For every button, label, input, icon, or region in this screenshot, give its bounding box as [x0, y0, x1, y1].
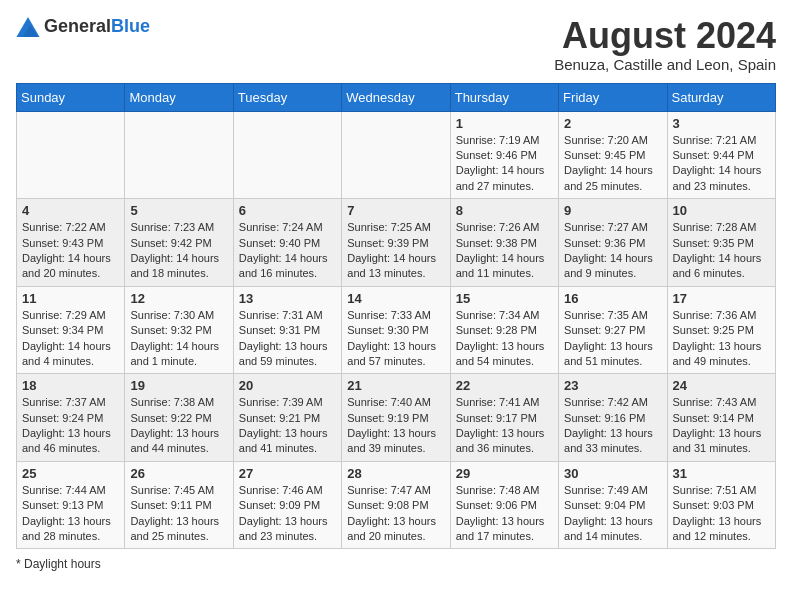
logo-general: General: [44, 16, 111, 36]
day-info: Sunrise: 7:51 AMSunset: 9:03 PMDaylight:…: [673, 483, 770, 545]
day-number: 10: [673, 203, 770, 218]
calendar-cell: 9Sunrise: 7:27 AMSunset: 9:36 PMDaylight…: [559, 199, 667, 287]
day-number: 19: [130, 378, 227, 393]
day-info: Sunrise: 7:49 AMSunset: 9:04 PMDaylight:…: [564, 483, 661, 545]
day-info: Sunrise: 7:39 AMSunset: 9:21 PMDaylight:…: [239, 395, 336, 457]
calendar-table: SundayMondayTuesdayWednesdayThursdayFrid…: [16, 83, 776, 550]
calendar-cell: 21Sunrise: 7:40 AMSunset: 9:19 PMDayligh…: [342, 374, 450, 462]
day-info: Sunrise: 7:38 AMSunset: 9:22 PMDaylight:…: [130, 395, 227, 457]
day-info: Sunrise: 7:24 AMSunset: 9:40 PMDaylight:…: [239, 220, 336, 282]
logo: GeneralBlue: [16, 16, 150, 37]
month-year-title: August 2024: [554, 16, 776, 56]
day-info: Sunrise: 7:31 AMSunset: 9:31 PMDaylight:…: [239, 308, 336, 370]
day-number: 8: [456, 203, 553, 218]
calendar-cell: 18Sunrise: 7:37 AMSunset: 9:24 PMDayligh…: [17, 374, 125, 462]
logo-text: GeneralBlue: [44, 16, 150, 37]
calendar-header: SundayMondayTuesdayWednesdayThursdayFrid…: [17, 83, 776, 111]
calendar-cell: 24Sunrise: 7:43 AMSunset: 9:14 PMDayligh…: [667, 374, 775, 462]
calendar-cell: 19Sunrise: 7:38 AMSunset: 9:22 PMDayligh…: [125, 374, 233, 462]
day-header-thursday: Thursday: [450, 83, 558, 111]
calendar-cell: [342, 111, 450, 199]
day-header-friday: Friday: [559, 83, 667, 111]
calendar-cell: 31Sunrise: 7:51 AMSunset: 9:03 PMDayligh…: [667, 461, 775, 549]
calendar-body: 1Sunrise: 7:19 AMSunset: 9:46 PMDaylight…: [17, 111, 776, 549]
day-number: 26: [130, 466, 227, 481]
day-number: 28: [347, 466, 444, 481]
day-header-monday: Monday: [125, 83, 233, 111]
day-number: 4: [22, 203, 119, 218]
title-section: August 2024 Benuza, Castille and Leon, S…: [554, 16, 776, 73]
calendar-cell: 1Sunrise: 7:19 AMSunset: 9:46 PMDaylight…: [450, 111, 558, 199]
day-info: Sunrise: 7:36 AMSunset: 9:25 PMDaylight:…: [673, 308, 770, 370]
calendar-cell: 8Sunrise: 7:26 AMSunset: 9:38 PMDaylight…: [450, 199, 558, 287]
day-info: Sunrise: 7:30 AMSunset: 9:32 PMDaylight:…: [130, 308, 227, 370]
day-header-wednesday: Wednesday: [342, 83, 450, 111]
day-info: Sunrise: 7:27 AMSunset: 9:36 PMDaylight:…: [564, 220, 661, 282]
calendar-cell: 13Sunrise: 7:31 AMSunset: 9:31 PMDayligh…: [233, 286, 341, 374]
day-info: Sunrise: 7:19 AMSunset: 9:46 PMDaylight:…: [456, 133, 553, 195]
day-info: Sunrise: 7:43 AMSunset: 9:14 PMDaylight:…: [673, 395, 770, 457]
calendar-cell: 29Sunrise: 7:48 AMSunset: 9:06 PMDayligh…: [450, 461, 558, 549]
day-info: Sunrise: 7:28 AMSunset: 9:35 PMDaylight:…: [673, 220, 770, 282]
day-info: Sunrise: 7:44 AMSunset: 9:13 PMDaylight:…: [22, 483, 119, 545]
week-row-2: 4Sunrise: 7:22 AMSunset: 9:43 PMDaylight…: [17, 199, 776, 287]
day-info: Sunrise: 7:22 AMSunset: 9:43 PMDaylight:…: [22, 220, 119, 282]
calendar-cell: [125, 111, 233, 199]
day-info: Sunrise: 7:46 AMSunset: 9:09 PMDaylight:…: [239, 483, 336, 545]
day-number: 2: [564, 116, 661, 131]
day-number: 16: [564, 291, 661, 306]
day-header-saturday: Saturday: [667, 83, 775, 111]
day-info: Sunrise: 7:34 AMSunset: 9:28 PMDaylight:…: [456, 308, 553, 370]
day-info: Sunrise: 7:45 AMSunset: 9:11 PMDaylight:…: [130, 483, 227, 545]
day-header-sunday: Sunday: [17, 83, 125, 111]
day-info: Sunrise: 7:41 AMSunset: 9:17 PMDaylight:…: [456, 395, 553, 457]
footer-note: * Daylight hours: [16, 557, 776, 571]
day-info: Sunrise: 7:26 AMSunset: 9:38 PMDaylight:…: [456, 220, 553, 282]
calendar-cell: 10Sunrise: 7:28 AMSunset: 9:35 PMDayligh…: [667, 199, 775, 287]
calendar-cell: 25Sunrise: 7:44 AMSunset: 9:13 PMDayligh…: [17, 461, 125, 549]
page-header: GeneralBlue August 2024 Benuza, Castille…: [16, 16, 776, 73]
day-info: Sunrise: 7:21 AMSunset: 9:44 PMDaylight:…: [673, 133, 770, 195]
calendar-cell: 6Sunrise: 7:24 AMSunset: 9:40 PMDaylight…: [233, 199, 341, 287]
day-number: 13: [239, 291, 336, 306]
day-number: 1: [456, 116, 553, 131]
calendar-cell: [17, 111, 125, 199]
header-row: SundayMondayTuesdayWednesdayThursdayFrid…: [17, 83, 776, 111]
day-number: 27: [239, 466, 336, 481]
calendar-cell: 26Sunrise: 7:45 AMSunset: 9:11 PMDayligh…: [125, 461, 233, 549]
day-number: 23: [564, 378, 661, 393]
week-row-1: 1Sunrise: 7:19 AMSunset: 9:46 PMDaylight…: [17, 111, 776, 199]
day-number: 15: [456, 291, 553, 306]
day-number: 11: [22, 291, 119, 306]
day-number: 29: [456, 466, 553, 481]
day-info: Sunrise: 7:29 AMSunset: 9:34 PMDaylight:…: [22, 308, 119, 370]
day-info: Sunrise: 7:33 AMSunset: 9:30 PMDaylight:…: [347, 308, 444, 370]
day-number: 5: [130, 203, 227, 218]
calendar-cell: 28Sunrise: 7:47 AMSunset: 9:08 PMDayligh…: [342, 461, 450, 549]
day-info: Sunrise: 7:48 AMSunset: 9:06 PMDaylight:…: [456, 483, 553, 545]
calendar-cell: 27Sunrise: 7:46 AMSunset: 9:09 PMDayligh…: [233, 461, 341, 549]
day-info: Sunrise: 7:40 AMSunset: 9:19 PMDaylight:…: [347, 395, 444, 457]
day-number: 24: [673, 378, 770, 393]
calendar-cell: 16Sunrise: 7:35 AMSunset: 9:27 PMDayligh…: [559, 286, 667, 374]
day-info: Sunrise: 7:23 AMSunset: 9:42 PMDaylight:…: [130, 220, 227, 282]
day-info: Sunrise: 7:25 AMSunset: 9:39 PMDaylight:…: [347, 220, 444, 282]
day-number: 14: [347, 291, 444, 306]
week-row-3: 11Sunrise: 7:29 AMSunset: 9:34 PMDayligh…: [17, 286, 776, 374]
calendar-cell: 22Sunrise: 7:41 AMSunset: 9:17 PMDayligh…: [450, 374, 558, 462]
calendar-cell: 23Sunrise: 7:42 AMSunset: 9:16 PMDayligh…: [559, 374, 667, 462]
calendar-cell: 7Sunrise: 7:25 AMSunset: 9:39 PMDaylight…: [342, 199, 450, 287]
calendar-cell: 3Sunrise: 7:21 AMSunset: 9:44 PMDaylight…: [667, 111, 775, 199]
day-number: 12: [130, 291, 227, 306]
footer-note-text: Daylight hours: [24, 557, 101, 571]
day-info: Sunrise: 7:37 AMSunset: 9:24 PMDaylight:…: [22, 395, 119, 457]
calendar-cell: 17Sunrise: 7:36 AMSunset: 9:25 PMDayligh…: [667, 286, 775, 374]
day-number: 17: [673, 291, 770, 306]
day-number: 3: [673, 116, 770, 131]
calendar-cell: 20Sunrise: 7:39 AMSunset: 9:21 PMDayligh…: [233, 374, 341, 462]
day-info: Sunrise: 7:20 AMSunset: 9:45 PMDaylight:…: [564, 133, 661, 195]
day-number: 21: [347, 378, 444, 393]
calendar-cell: 15Sunrise: 7:34 AMSunset: 9:28 PMDayligh…: [450, 286, 558, 374]
day-info: Sunrise: 7:35 AMSunset: 9:27 PMDaylight:…: [564, 308, 661, 370]
logo-icon: [16, 17, 40, 37]
